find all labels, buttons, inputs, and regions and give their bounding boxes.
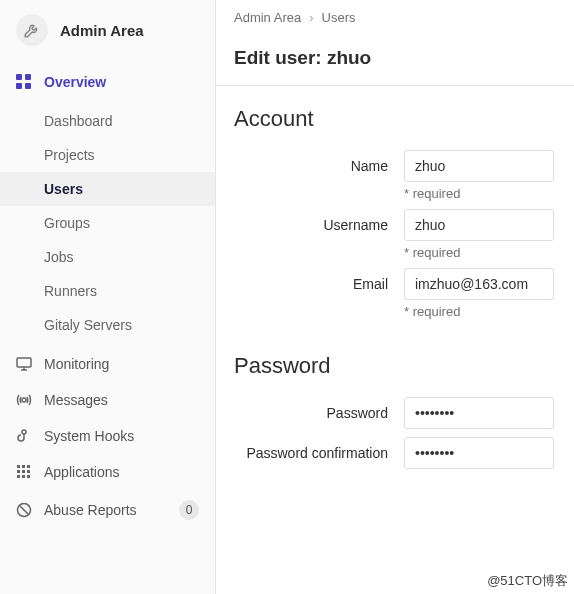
email-label: Email <box>234 268 404 292</box>
password-section: Password Password Password confirmation <box>216 333 574 483</box>
email-row: Email * required <box>234 268 556 319</box>
sidebar-title: Admin Area <box>60 22 144 39</box>
password-confirm-row: Password confirmation <box>234 437 556 469</box>
account-heading: Account <box>234 106 556 132</box>
abuse-icon <box>16 502 32 518</box>
svg-rect-1 <box>25 74 31 80</box>
svg-rect-14 <box>22 475 25 478</box>
name-hint: * required <box>404 186 556 201</box>
svg-rect-2 <box>16 83 22 89</box>
breadcrumb-root[interactable]: Admin Area <box>234 10 301 25</box>
nav-overview[interactable]: Overview <box>0 64 215 100</box>
email-hint: * required <box>404 304 556 319</box>
password-heading: Password <box>234 353 556 379</box>
username-label: Username <box>234 209 404 233</box>
svg-rect-0 <box>16 74 22 80</box>
name-label: Name <box>234 150 404 174</box>
svg-rect-12 <box>27 470 30 473</box>
sidebar-header: Admin Area <box>0 0 215 64</box>
svg-rect-13 <box>17 475 20 478</box>
nav-label: Monitoring <box>44 356 109 372</box>
nav-monitoring[interactable]: Monitoring <box>0 346 215 382</box>
sidebar-item-jobs[interactable]: Jobs <box>0 240 215 274</box>
svg-rect-7 <box>17 465 20 468</box>
svg-rect-8 <box>22 465 25 468</box>
name-input[interactable] <box>404 150 554 182</box>
nav-label: Messages <box>44 392 108 408</box>
sidebar-item-users[interactable]: Users <box>0 172 215 206</box>
password-input[interactable] <box>404 397 554 429</box>
monitor-icon <box>16 356 32 372</box>
sidebar-item-gitaly[interactable]: Gitaly Servers <box>0 308 215 342</box>
nav-label: System Hooks <box>44 428 134 444</box>
abuse-badge: 0 <box>179 500 199 520</box>
svg-rect-3 <box>25 83 31 89</box>
account-section: Account Name * required Username * requi… <box>216 86 574 333</box>
sidebar-item-dashboard[interactable]: Dashboard <box>0 104 215 138</box>
svg-point-5 <box>22 398 26 402</box>
breadcrumb-current[interactable]: Users <box>322 10 356 25</box>
svg-point-6 <box>22 430 26 434</box>
nav-system-hooks[interactable]: System Hooks <box>0 418 215 454</box>
wrench-icon <box>16 14 48 46</box>
main-content: Admin Area › Users Edit user: zhuo Accou… <box>216 0 574 594</box>
name-row: Name * required <box>234 150 556 201</box>
email-input[interactable] <box>404 268 554 300</box>
page-title: Edit user: zhuo <box>216 35 574 86</box>
nav-messages[interactable]: Messages <box>0 382 215 418</box>
hook-icon <box>16 428 32 444</box>
password-row: Password <box>234 397 556 429</box>
sidebar-item-groups[interactable]: Groups <box>0 206 215 240</box>
nav-label: Abuse Reports <box>44 502 137 518</box>
watermark: @51CTO博客 <box>487 572 568 590</box>
username-row: Username * required <box>234 209 556 260</box>
svg-rect-9 <box>27 465 30 468</box>
svg-rect-10 <box>17 470 20 473</box>
nav-label: Overview <box>44 74 106 90</box>
password-confirm-input[interactable] <box>404 437 554 469</box>
nav-applications[interactable]: Applications <box>0 454 215 490</box>
password-confirm-label: Password confirmation <box>234 437 404 461</box>
chevron-right-icon: › <box>309 10 313 25</box>
apps-icon <box>16 464 32 480</box>
nav-abuse-reports[interactable]: Abuse Reports 0 <box>0 490 215 530</box>
username-input[interactable] <box>404 209 554 241</box>
svg-rect-11 <box>22 470 25 473</box>
password-label: Password <box>234 397 404 421</box>
breadcrumb: Admin Area › Users <box>216 0 574 35</box>
svg-rect-4 <box>17 358 31 367</box>
sidebar-item-projects[interactable]: Projects <box>0 138 215 172</box>
sidebar-item-runners[interactable]: Runners <box>0 274 215 308</box>
username-hint: * required <box>404 245 556 260</box>
broadcast-icon <box>16 392 32 408</box>
overview-sublist: Dashboard Projects Users Groups Jobs Run… <box>0 100 215 346</box>
sidebar: Admin Area Overview Dashboard Projects U… <box>0 0 216 594</box>
overview-icon <box>16 74 32 90</box>
svg-rect-15 <box>27 475 30 478</box>
nav-label: Applications <box>44 464 120 480</box>
